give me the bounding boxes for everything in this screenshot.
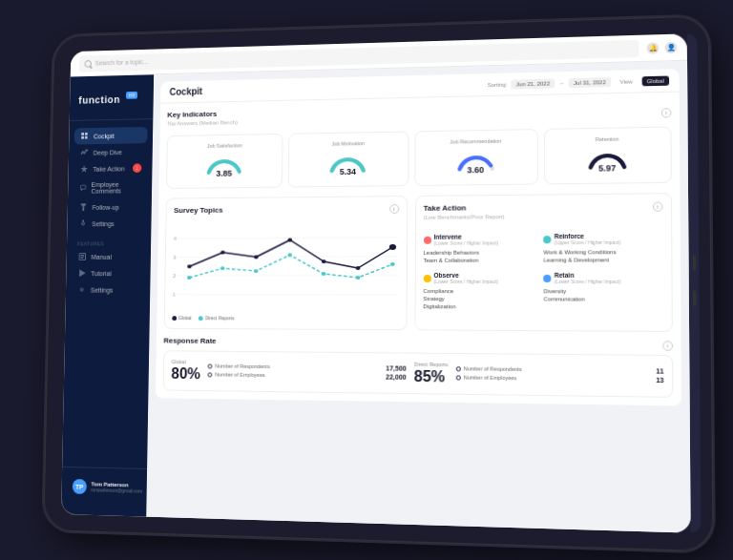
key-indicators-info-icon[interactable]: i [661, 107, 672, 116]
response-direct-respondents-row: Number of Respondents 11 [455, 364, 663, 374]
take-action-subtitle: (Low Benchmarks/Poor Report) [424, 214, 505, 220]
take-action-title: Take Action [424, 203, 505, 213]
action-retain: Retain (Lower Score / Higher Impact) Div… [543, 271, 663, 310]
survey-topics-card: Survey Topics i [164, 196, 408, 330]
response-rate-title: Response Rate [163, 336, 216, 344]
bell-icon[interactable]: 🔔 [647, 41, 660, 52]
sidebar-item-takeaction-label: Take Action [93, 165, 124, 172]
svg-point-32 [287, 253, 292, 257]
observe-dot [423, 274, 430, 281]
sidebar-item-settings2-label: Settings [91, 286, 114, 293]
svg-line-17 [174, 237, 399, 238]
sidebar-bottom: TP Tom Patterson tompatterson@gmail.com … [61, 466, 147, 507]
response-global-respondents-row: Number of Respondents 17,500 [208, 363, 407, 371]
svg-marker-4 [80, 165, 87, 173]
sidebar-item-deepdive[interactable]: Deep Dive [73, 143, 147, 160]
kpi-grid: Job Satisfaction 3.85 Job Mot [166, 126, 672, 189]
legend-global-dot [172, 315, 177, 320]
svg-rect-0 [81, 132, 84, 135]
date-from[interactable]: Jun 21, 2022 [512, 77, 555, 88]
main-layout: function HR Cockpit Deep Dive Take Actio… [61, 60, 690, 532]
svg-marker-12 [79, 269, 86, 277]
volume-up-button[interactable] [692, 255, 695, 271]
kpi-card-motivation: Job Motivation 5.34 [288, 131, 408, 187]
reinforce-dot [543, 235, 551, 242]
response-global: Global 80% Number of Respondents 17,500 [171, 359, 407, 385]
svg-point-23 [220, 250, 225, 254]
action-intervene: Intervene (Lower Score / Higher Impact) … [423, 233, 539, 264]
legend-global: Global [172, 315, 191, 321]
sidebar-item-followup[interactable]: Follow-up [73, 197, 146, 215]
retain-subtitle: (Lower Score / Higher Impact) [555, 278, 621, 283]
action-retain-header: Retain (Lower Score / Higher Impact) [543, 271, 663, 283]
sidebar-item-cockpit[interactable]: Cockpit [74, 126, 148, 144]
response-direct-respondents-value: 11 [656, 366, 663, 373]
sidebar-item-deepdive-label: Deep Dive [94, 148, 122, 155]
svg-rect-2 [81, 135, 84, 138]
view-btn-global[interactable]: Global [641, 75, 669, 86]
response-direct: Direct Reports 85% Number of Respondents [414, 361, 664, 388]
gauge-motivation: 5.34 [325, 149, 371, 177]
sidebar-item-comments-label: Employee Comments [91, 180, 139, 194]
sidebar-item-tutorial[interactable]: Tutorial [72, 264, 145, 280]
reinforce-item-0: Work & Working Conditions [543, 247, 662, 256]
view-btn-view[interactable]: View [615, 75, 638, 86]
key-indicators-subtitle: Top Answers (Median Bench) [167, 119, 238, 126]
content-area: Cockpit Sorting: Jun 21, 2022 → Jul 31, … [146, 60, 690, 532]
sidebar-item-settings[interactable]: Settings [73, 215, 146, 232]
features-label: FEATURES [72, 237, 145, 248]
response-global-employees-value: 22,000 [386, 373, 407, 380]
retain-item-0: Diversity [543, 287, 663, 295]
sidebar-item-comments[interactable]: Employee Comments [73, 176, 147, 198]
direct-employees-dot [455, 374, 460, 379]
kpi-motivation-label: Job Motivation [331, 140, 365, 146]
kpi-card-recommendation: Job Recommendation 3.60 [414, 129, 538, 186]
svg-point-33 [322, 272, 326, 276]
svg-text:3: 3 [173, 255, 176, 259]
svg-point-22 [187, 264, 192, 268]
response-rate-info-icon[interactable]: i [662, 340, 673, 349]
response-global-details: Number of Respondents 17,500 Number of E… [207, 363, 406, 382]
sidebar-item-followup-label: Follow-up [93, 203, 119, 210]
response-direct-respondents-label: Number of Respondents [455, 365, 521, 372]
date-range: Sorting: Jun 21, 2022 → Jul 31, 2022 Vie… [488, 75, 669, 90]
sidebar-item-manual[interactable]: Manual [72, 248, 145, 265]
user-icon[interactable]: 👤 [665, 41, 678, 53]
svg-point-31 [254, 269, 259, 273]
survey-topics-info-icon[interactable]: i [389, 204, 399, 214]
legend-direct-reports-label: Direct Reports [205, 315, 235, 321]
kpi-retention-label: Retention [596, 135, 619, 142]
kpi-recommendation-label: Job Recommendation [450, 137, 501, 144]
app-name: function [78, 93, 120, 105]
response-global-percent: 80% [171, 365, 200, 383]
svg-rect-3 [85, 135, 88, 138]
svg-point-28 [389, 243, 396, 249]
action-grid: Intervene (Lower Score / Higher Impact) … [423, 232, 663, 315]
svg-point-35 [390, 261, 395, 265]
reinforce-item-1: Learning & Development [543, 256, 662, 264]
action-observe: Observe (Lower Score / Higher Impact) Co… [423, 271, 539, 310]
response-direct-label: Direct Reports [414, 361, 449, 366]
date-to[interactable]: Jul 31, 2022 [569, 76, 611, 87]
svg-text:4: 4 [174, 236, 177, 240]
search-input-placeholder: Search for a topic... [95, 58, 149, 66]
kpi-motivation-value: 5.34 [340, 166, 356, 176]
intervene-dot [424, 236, 431, 243]
response-global-respondents-value: 17,500 [386, 363, 406, 370]
take-action-info-icon[interactable]: i [653, 201, 663, 211]
intervene-title: Intervene [434, 233, 499, 239]
legend-direct-reports: Direct Reports [199, 315, 234, 321]
action-observe-header: Observe (Lower Score / Higher Impact) [423, 271, 539, 283]
logo-area: function HR [70, 83, 154, 120]
retain-item-1: Communication [543, 295, 663, 303]
action-reinforce: Reinforce (Upper Score / Higher Impact) … [543, 232, 663, 263]
respondents-dot [208, 363, 213, 367]
user-area[interactable]: TP Tom Patterson tompatterson@gmail.com … [67, 474, 141, 499]
bottom-row: Survey Topics i [164, 193, 673, 332]
observe-subtitle: (Lower Score / Higher Impact) [433, 278, 498, 283]
sidebar-item-takeaction[interactable]: Take Action 1 [73, 159, 147, 176]
volume-down-button[interactable] [692, 290, 695, 306]
gauge-retention: 5.97 [582, 145, 632, 175]
sidebar-item-settings2[interactable]: Settings [71, 280, 144, 298]
date-separator: → [558, 79, 564, 85]
